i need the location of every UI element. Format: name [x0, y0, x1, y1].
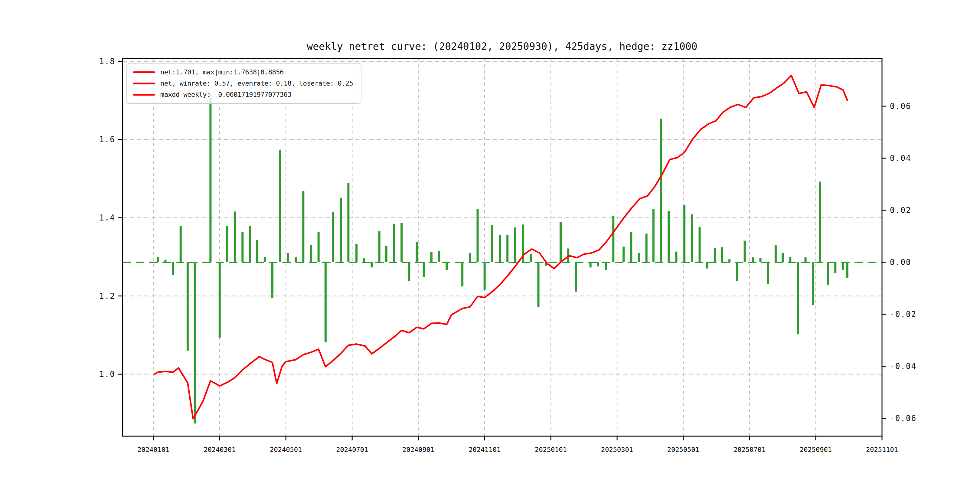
weekly-return-bar	[219, 262, 221, 337]
weekly-return-bar	[630, 232, 632, 262]
weekly-return-bar	[157, 257, 159, 262]
weekly-return-bar	[484, 262, 486, 290]
weekly-return-bar	[744, 241, 746, 262]
weekly-return-bar	[506, 235, 508, 262]
x-tick-label: 20250901	[800, 446, 832, 453]
weekly-return-bar	[767, 262, 769, 284]
x-tick-label: 20240901	[402, 446, 434, 453]
y-left-tick-label: 1.6	[99, 135, 115, 144]
weekly-return-bar	[234, 212, 236, 262]
weekly-return-bar	[287, 253, 289, 262]
weekly-return-bar	[164, 259, 166, 262]
weekly-return-bar	[180, 226, 182, 262]
weekly-return-bar	[789, 257, 791, 262]
weekly-return-bar	[714, 248, 716, 262]
weekly-return-bar	[347, 183, 349, 262]
weekly-return-bar	[318, 232, 320, 262]
weekly-return-bar	[187, 262, 189, 350]
weekly-return-bar	[249, 226, 251, 262]
weekly-return-bar	[752, 258, 754, 262]
weekly-return-bar	[340, 198, 342, 262]
legend-item-label: net:1.701, max|min:1.7638|0.8856	[160, 68, 284, 76]
weekly-return-bar	[597, 262, 599, 266]
weekly-return-bar	[590, 262, 592, 267]
weekly-return-bar	[332, 212, 334, 262]
y-right-tick-label: 0.04	[890, 154, 912, 163]
chart-legend: net:1.701, max|min:1.7638|0.8856 net, wi…	[126, 63, 361, 104]
x-tick-label: 20250701	[733, 446, 765, 453]
weekly-return-bar	[797, 262, 799, 334]
weekly-return-bar	[736, 262, 738, 281]
y-right-tick-label: 0.00	[890, 258, 912, 267]
weekly-return-bar	[310, 245, 312, 262]
x-tick-label: 20250101	[535, 446, 567, 453]
y-right-tick-label: -0.04	[890, 362, 916, 371]
y-left-tick-label: 1.2	[99, 291, 115, 301]
y-right-tick-label: -0.02	[890, 310, 916, 319]
weekly-return-bar	[423, 262, 425, 277]
weekly-return-bar	[385, 246, 387, 262]
y-right-tick-label: -0.06	[890, 414, 916, 423]
weekly-return-bar	[638, 253, 640, 262]
x-tick-label: 20241101	[469, 446, 501, 453]
weekly-return-bar	[530, 254, 532, 262]
x-tick-label: 20250301	[601, 446, 633, 453]
weekly-return-bar	[846, 262, 848, 278]
legend-item: maxdd_weekly: -0.06017191977077363	[133, 91, 353, 98]
weekly-return-bar	[430, 252, 433, 262]
weekly-return-bar	[622, 247, 625, 262]
weekly-return-bar	[194, 262, 196, 423]
weekly-return-bar	[721, 247, 723, 262]
weekly-return-bar	[172, 262, 174, 275]
legend-line-icon	[133, 94, 155, 95]
weekly-return-bar	[706, 262, 708, 269]
weekly-return-bar	[438, 251, 440, 262]
weekly-return-bar	[775, 245, 777, 262]
weekly-return-bar	[691, 215, 693, 262]
legend-item-label: maxdd_weekly: -0.06017191977077363	[160, 91, 291, 98]
weekly-return-bar	[279, 150, 281, 262]
x-tick-label: 20250501	[667, 446, 699, 453]
legend-item: net, winrate: 0.57, evenrate: 0.18, lose…	[133, 80, 353, 87]
weekly-return-bar	[302, 191, 304, 262]
weekly-return-bar	[445, 262, 448, 270]
weekly-return-bar	[842, 262, 844, 270]
weekly-return-bar	[241, 232, 243, 262]
weekly-return-bar	[812, 262, 814, 305]
legend-item: net:1.701, max|min:1.7638|0.8856	[133, 68, 353, 76]
chart-title: weekly netret curve: (20240102, 20250930…	[307, 41, 697, 52]
weekly-return-bar	[491, 225, 493, 262]
weekly-return-bar	[605, 262, 607, 270]
y-right-tick-label: 0.06	[890, 102, 912, 111]
weekly-return-bar	[660, 119, 662, 262]
weekly-return-bar	[729, 259, 730, 262]
weekly-return-bar	[514, 228, 516, 262]
weekly-return-bar	[294, 258, 297, 262]
weekly-return-bar	[325, 262, 327, 342]
y-left-tick-label: 1.0	[99, 370, 115, 379]
weekly-return-bar	[560, 222, 562, 262]
weekly-return-bar	[834, 262, 836, 273]
weekly-return-bar	[668, 211, 670, 262]
weekly-return-bar	[477, 209, 479, 262]
weekly-return-bar	[699, 227, 701, 262]
legend-line-icon	[133, 72, 155, 73]
weekly-return-bar	[271, 262, 274, 298]
weekly-return-bar	[461, 262, 463, 286]
weekly-return-bar	[683, 205, 686, 262]
weekly-return-bar	[652, 209, 655, 262]
weekly-return-bar	[499, 235, 501, 262]
weekly-return-bar	[416, 242, 418, 262]
weekly-return-bar	[226, 226, 228, 262]
weekly-return-bar	[575, 262, 577, 291]
x-tick-label: 20240501	[270, 446, 302, 453]
weekly-return-bar	[469, 253, 471, 262]
netret-chart: 2024010120240301202405012024070120240901…	[0, 0, 980, 490]
weekly-return-bar	[675, 251, 677, 262]
weekly-return-bar	[537, 262, 539, 307]
weekly-return-bar	[759, 258, 762, 262]
legend-line-icon	[133, 83, 155, 84]
legend-item-label: net, winrate: 0.57, evenrate: 0.18, lose…	[160, 80, 353, 87]
y-left-tick-label: 1.4	[99, 213, 115, 222]
weekly-return-bar	[827, 262, 829, 285]
